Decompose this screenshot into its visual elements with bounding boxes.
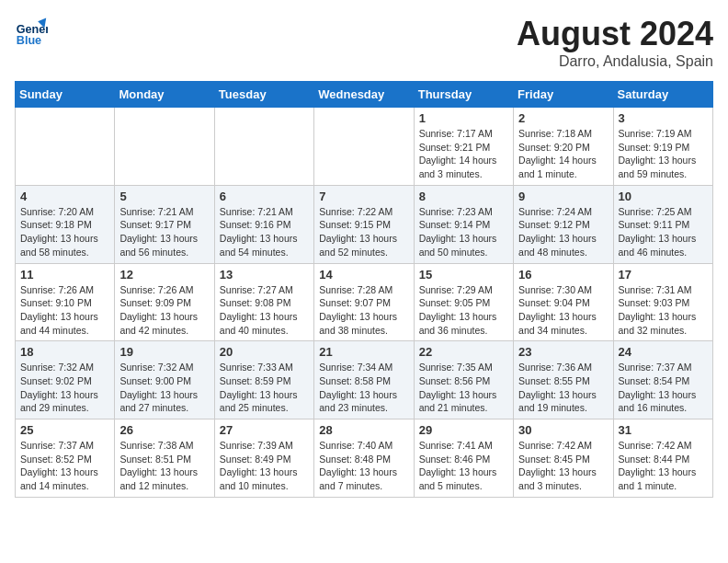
day-number: 12 [119,268,209,282]
calendar-cell: 4Sunrise: 7:20 AM Sunset: 9:18 PM Daylig… [16,185,115,263]
day-number: 24 [619,345,708,359]
calendar-cell: 26Sunrise: 7:38 AM Sunset: 8:51 PM Dayli… [115,419,214,498]
calendar-cell: 16Sunrise: 7:30 AM Sunset: 9:04 PM Dayli… [514,263,613,341]
calendar-cell: 18Sunrise: 7:32 AM Sunset: 9:02 PM Dayli… [16,341,115,419]
calendar-table: SundayMondayTuesdayWednesdayThursdayFrid… [15,81,713,498]
calendar-cell: 17Sunrise: 7:31 AM Sunset: 9:03 PM Dayli… [613,263,712,341]
day-info: Sunrise: 7:32 AM Sunset: 9:00 PM Dayligh… [119,361,209,415]
logo: General Blue [15,15,51,48]
day-number: 15 [419,268,508,282]
day-info: Sunrise: 7:30 AM Sunset: 9:04 PM Dayligh… [518,283,608,338]
header-cell-monday: Monday [115,82,214,108]
calendar-cell: 14Sunrise: 7:28 AM Sunset: 9:07 PM Dayli… [314,263,414,341]
calendar-cell: 11Sunrise: 7:26 AM Sunset: 9:10 PM Dayli… [16,263,115,341]
day-number: 1 [419,111,508,125]
day-number: 26 [119,423,209,437]
calendar-cell: 1Sunrise: 7:17 AM Sunset: 9:21 PM Daylig… [414,108,513,186]
day-info: Sunrise: 7:33 AM Sunset: 8:59 PM Dayligh… [220,361,309,415]
calendar-cell [115,108,214,186]
header-cell-thursday: Thursday [414,82,513,108]
day-info: Sunrise: 7:22 AM Sunset: 9:15 PM Dayligh… [319,205,408,259]
day-number: 6 [220,190,309,203]
calendar-week: 1Sunrise: 7:17 AM Sunset: 9:21 PM Daylig… [16,108,713,186]
day-info: Sunrise: 7:24 AM Sunset: 9:12 PM Dayligh… [518,205,608,259]
calendar-cell: 29Sunrise: 7:41 AM Sunset: 8:46 PM Dayli… [414,419,513,498]
calendar-header: SundayMondayTuesdayWednesdayThursdayFrid… [16,82,713,108]
day-info: Sunrise: 7:23 AM Sunset: 9:14 PM Dayligh… [419,205,508,259]
page-title: August 2024 [517,15,713,53]
day-number: 9 [518,190,608,203]
day-info: Sunrise: 7:40 AM Sunset: 8:48 PM Dayligh… [319,439,408,493]
page-subtitle: Darro, Andalusia, Spain [517,53,713,70]
day-info: Sunrise: 7:20 AM Sunset: 9:18 PM Dayligh… [20,205,109,259]
calendar-week: 11Sunrise: 7:26 AM Sunset: 9:10 PM Dayli… [16,263,713,341]
calendar-cell: 2Sunrise: 7:18 AM Sunset: 9:20 PM Daylig… [514,108,613,186]
day-info: Sunrise: 7:26 AM Sunset: 9:10 PM Dayligh… [20,283,109,338]
day-info: Sunrise: 7:28 AM Sunset: 9:07 PM Dayligh… [319,283,408,338]
calendar-cell: 20Sunrise: 7:33 AM Sunset: 8:59 PM Dayli… [214,341,313,419]
day-number: 28 [319,423,408,437]
calendar-cell: 13Sunrise: 7:27 AM Sunset: 9:08 PM Dayli… [214,263,313,341]
day-number: 11 [20,268,109,282]
calendar-cell: 7Sunrise: 7:22 AM Sunset: 9:15 PM Daylig… [314,185,414,263]
calendar-cell: 10Sunrise: 7:25 AM Sunset: 9:11 PM Dayli… [613,185,712,263]
calendar-cell: 19Sunrise: 7:32 AM Sunset: 9:00 PM Dayli… [115,341,214,419]
title-block: August 2024 Darro, Andalusia, Spain [517,15,713,70]
calendar-cell [214,108,313,186]
day-info: Sunrise: 7:25 AM Sunset: 9:11 PM Dayligh… [619,205,708,259]
day-info: Sunrise: 7:35 AM Sunset: 8:56 PM Dayligh… [419,361,508,415]
header-cell-friday: Friday [514,82,613,108]
day-info: Sunrise: 7:39 AM Sunset: 8:49 PM Dayligh… [220,439,309,493]
day-info: Sunrise: 7:41 AM Sunset: 8:46 PM Dayligh… [419,439,508,493]
day-info: Sunrise: 7:34 AM Sunset: 8:58 PM Dayligh… [319,361,408,415]
header-cell-tuesday: Tuesday [214,82,313,108]
header-cell-wednesday: Wednesday [314,82,414,108]
day-number: 2 [518,111,608,125]
day-number: 4 [20,190,109,203]
day-number: 16 [518,268,608,282]
calendar-cell: 21Sunrise: 7:34 AM Sunset: 8:58 PM Dayli… [314,341,414,419]
day-number: 30 [518,423,608,437]
day-info: Sunrise: 7:32 AM Sunset: 9:02 PM Dayligh… [20,361,109,415]
calendar-cell: 8Sunrise: 7:23 AM Sunset: 9:14 PM Daylig… [414,185,513,263]
day-info: Sunrise: 7:17 AM Sunset: 9:21 PM Dayligh… [419,127,508,181]
day-number: 8 [419,190,508,203]
day-number: 14 [319,268,408,282]
day-number: 25 [20,423,109,437]
day-info: Sunrise: 7:42 AM Sunset: 8:45 PM Dayligh… [518,439,608,493]
day-number: 22 [419,345,508,359]
logo-icon: General Blue [15,15,48,48]
calendar-week: 18Sunrise: 7:32 AM Sunset: 9:02 PM Dayli… [16,341,713,419]
day-info: Sunrise: 7:42 AM Sunset: 8:44 PM Dayligh… [619,439,708,493]
day-number: 19 [119,345,209,359]
calendar-cell: 9Sunrise: 7:24 AM Sunset: 9:12 PM Daylig… [514,185,613,263]
day-info: Sunrise: 7:19 AM Sunset: 9:19 PM Dayligh… [619,127,708,181]
calendar-cell: 12Sunrise: 7:26 AM Sunset: 9:09 PM Dayli… [115,263,214,341]
calendar-cell [16,108,115,186]
calendar-body: 1Sunrise: 7:17 AM Sunset: 9:21 PM Daylig… [16,108,713,498]
day-number: 7 [319,190,408,203]
calendar-week: 25Sunrise: 7:37 AM Sunset: 8:52 PM Dayli… [16,419,713,498]
calendar-cell: 25Sunrise: 7:37 AM Sunset: 8:52 PM Dayli… [16,419,115,498]
day-number: 13 [220,268,309,282]
svg-text:Blue: Blue [17,34,41,47]
calendar-cell: 27Sunrise: 7:39 AM Sunset: 8:49 PM Dayli… [214,419,313,498]
calendar-cell: 24Sunrise: 7:37 AM Sunset: 8:54 PM Dayli… [613,341,712,419]
day-number: 23 [518,345,608,359]
day-info: Sunrise: 7:37 AM Sunset: 8:54 PM Dayligh… [619,361,708,415]
day-info: Sunrise: 7:37 AM Sunset: 8:52 PM Dayligh… [20,439,109,493]
day-number: 17 [619,268,708,282]
calendar-cell: 23Sunrise: 7:36 AM Sunset: 8:55 PM Dayli… [514,341,613,419]
header-cell-sunday: Sunday [16,82,115,108]
day-number: 21 [319,345,408,359]
day-info: Sunrise: 7:21 AM Sunset: 9:17 PM Dayligh… [119,205,209,259]
day-number: 29 [419,423,508,437]
day-number: 3 [619,111,708,125]
day-info: Sunrise: 7:31 AM Sunset: 9:03 PM Dayligh… [619,283,708,338]
calendar-cell [314,108,414,186]
day-number: 10 [619,190,708,203]
calendar-cell: 30Sunrise: 7:42 AM Sunset: 8:45 PM Dayli… [514,419,613,498]
calendar-cell: 22Sunrise: 7:35 AM Sunset: 8:56 PM Dayli… [414,341,513,419]
day-info: Sunrise: 7:29 AM Sunset: 9:05 PM Dayligh… [419,283,508,338]
day-number: 18 [20,345,109,359]
